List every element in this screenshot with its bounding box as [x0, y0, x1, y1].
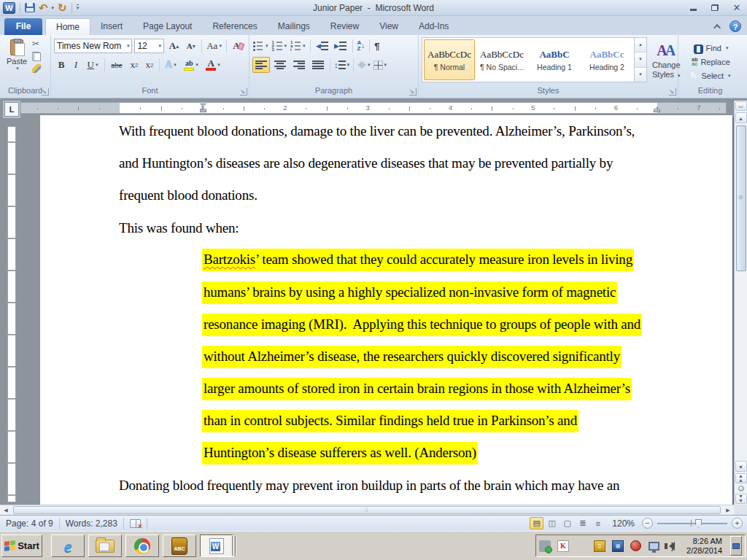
- document-line[interactable]: This was found when:: [119, 212, 703, 244]
- select-browse-object-icon[interactable]: [738, 486, 744, 491]
- grow-font-button[interactable]: A▴: [166, 39, 182, 52]
- scroll-right-icon[interactable]: ▶: [722, 506, 734, 515]
- close-button[interactable]: ✕: [729, 4, 744, 12]
- tab-view[interactable]: View: [369, 18, 409, 35]
- multilevel-list-button[interactable]: 1ai▾: [290, 41, 306, 51]
- show-hide-pilcrow-button[interactable]: ¶: [374, 40, 380, 52]
- taskbar-item-dictionary[interactable]: ABC: [163, 534, 196, 557]
- print-layout-view-button[interactable]: ▤: [530, 517, 543, 529]
- help-icon[interactable]: ?: [729, 20, 741, 32]
- word-app-icon[interactable]: W: [3, 2, 15, 14]
- undo-dropdown-icon[interactable]: ▾: [52, 5, 55, 11]
- tray-chip-icon[interactable]: ▦: [612, 540, 624, 552]
- tray-app-icon[interactable]: [576, 540, 587, 552]
- zoom-slider[interactable]: [657, 518, 727, 529]
- paste-button[interactable]: Paste ▾: [3, 37, 31, 72]
- fullscreen-reading-view-button[interactable]: ◫: [545, 517, 559, 529]
- styles-scroll-up-icon[interactable]: ▲: [635, 38, 646, 52]
- tab-references[interactable]: References: [202, 18, 267, 35]
- find-button[interactable]: Find▾: [681, 41, 739, 55]
- align-center-button[interactable]: [271, 57, 289, 73]
- borders-button[interactable]: ▾: [373, 60, 388, 71]
- network-monitor-icon[interactable]: [649, 542, 659, 551]
- scroll-left-icon[interactable]: ◀: [0, 506, 12, 515]
- align-left-button[interactable]: [252, 57, 270, 73]
- save-icon[interactable]: [25, 3, 35, 12]
- paragraph-dialog-launcher[interactable]: ↘: [409, 88, 417, 96]
- style-card-heading-1[interactable]: AaBbCHeading 1: [529, 39, 580, 80]
- undo-icon[interactable]: ↶: [39, 3, 48, 13]
- increase-indent-button[interactable]: ▶: [333, 41, 349, 51]
- taskbar-item-chrome[interactable]: [125, 534, 159, 557]
- shrink-font-button[interactable]: A▾: [184, 41, 198, 51]
- clear-formatting-button[interactable]: A: [231, 39, 246, 52]
- shading-button[interactable]: ▾: [357, 61, 371, 69]
- line-spacing-button[interactable]: ↕▾: [333, 60, 350, 70]
- page-indicator[interactable]: Page: 4 of 9: [0, 516, 59, 531]
- previous-page-icon[interactable]: ▲▲: [735, 473, 747, 483]
- tab-insert[interactable]: Insert: [90, 18, 133, 35]
- tab-add-ins[interactable]: Add-Ins: [409, 18, 459, 35]
- network-globe-icon[interactable]: [630, 540, 641, 551]
- text-effects-button[interactable]: A▾: [162, 58, 179, 71]
- horizontal-scrollbar[interactable]: ◀ ⦙⦙ ▶: [0, 505, 734, 515]
- web-layout-view-button[interactable]: ▢: [560, 517, 574, 529]
- document-line[interactable]: With frequent blood donations, damage to…: [119, 115, 703, 147]
- document-line[interactable]: frequent blood donations.: [119, 179, 703, 211]
- tab-stop-selector[interactable]: L: [4, 102, 19, 117]
- document-line[interactable]: Bartzokis’ team showed that they could a…: [119, 244, 703, 276]
- bullets-button[interactable]: ▾: [252, 41, 269, 51]
- style-card-no-spaci[interactable]: AaBbCcDc¶ No Spaci...: [476, 39, 527, 80]
- proofing-status[interactable]: [124, 516, 147, 531]
- underline-button[interactable]: U▾: [83, 58, 102, 71]
- zoom-slider-thumb[interactable]: [695, 519, 702, 528]
- volume-icon[interactable]: [669, 542, 675, 551]
- start-button[interactable]: Start: [1, 534, 42, 557]
- styles-dialog-launcher[interactable]: ↘: [669, 88, 676, 96]
- zoom-in-button[interactable]: +: [732, 518, 743, 529]
- tab-review[interactable]: Review: [320, 18, 369, 35]
- font-size-combo[interactable]: 12▾: [134, 39, 164, 53]
- change-case-button[interactable]: Aa▾: [206, 39, 222, 52]
- justify-button[interactable]: [309, 57, 327, 73]
- style-card-heading-2[interactable]: AaBbCcHeading 2: [581, 39, 632, 80]
- repeat-icon[interactable]: ↻: [58, 3, 67, 13]
- highlight-color-button[interactable]: ab▾: [180, 59, 202, 71]
- superscript-button[interactable]: x2: [142, 58, 157, 71]
- outline-view-button[interactable]: ≣: [576, 517, 589, 529]
- document-line[interactable]: larger amounts of stored iron in certain…: [119, 373, 703, 405]
- font-color-button[interactable]: A▾: [203, 59, 223, 71]
- minimize-button[interactable]: [686, 4, 700, 12]
- taskbar-item-word[interactable]: W: [200, 534, 233, 557]
- draft-view-button[interactable]: ≡: [591, 517, 605, 529]
- restore-button[interactable]: [708, 4, 722, 12]
- zoom-out-button[interactable]: −: [642, 518, 653, 529]
- styles-more-icon[interactable]: ▼: [635, 68, 646, 82]
- document-line[interactable]: Huntington’s disease sufferers as well. …: [119, 438, 703, 470]
- bold-button[interactable]: B: [54, 58, 69, 71]
- tab-mailings[interactable]: Mailings: [268, 18, 320, 35]
- document-line[interactable]: than in control subjects. Similar findin…: [119, 405, 703, 438]
- tab-home[interactable]: Home: [45, 18, 90, 35]
- next-page-icon[interactable]: ▼▼: [735, 494, 747, 504]
- strikethrough-button[interactable]: abe: [107, 60, 126, 70]
- change-styles-button[interactable]: AA Change Styles ▾: [651, 37, 681, 85]
- word-count[interactable]: Words: 2,283: [60, 516, 123, 531]
- show-desktop-button[interactable]: [730, 536, 742, 556]
- view-ruler-toggle-icon[interactable]: ▭: [735, 101, 747, 111]
- taskbar-item-internet-explorer[interactable]: e: [51, 534, 85, 557]
- taskbar-clock[interactable]: 8:26 AM 2/28/2014: [686, 537, 724, 556]
- paste-dropdown-icon[interactable]: ▾: [16, 66, 19, 71]
- cut-icon[interactable]: ✂: [32, 39, 41, 49]
- document-line[interactable]: Donating blood frequently may prevent ir…: [119, 470, 703, 502]
- document-page[interactable]: With frequent blood donations, damage to…: [40, 115, 732, 505]
- scroll-down-icon[interactable]: ▼: [735, 461, 747, 472]
- tab-file[interactable]: File: [4, 18, 42, 35]
- tab-page-layout[interactable]: Page Layout: [133, 18, 202, 35]
- scroll-up-icon[interactable]: ▲: [735, 112, 747, 123]
- document-line[interactable]: and Huntington’s diseases are also degen…: [119, 147, 703, 179]
- document-line[interactable]: resonance imaging (MRI). Applying this t…: [119, 308, 703, 341]
- styles-scroll-down-icon[interactable]: ▼: [635, 52, 646, 67]
- collapse-ribbon-icon[interactable]: [713, 23, 721, 31]
- vertical-scroll-thumb[interactable]: [736, 125, 746, 271]
